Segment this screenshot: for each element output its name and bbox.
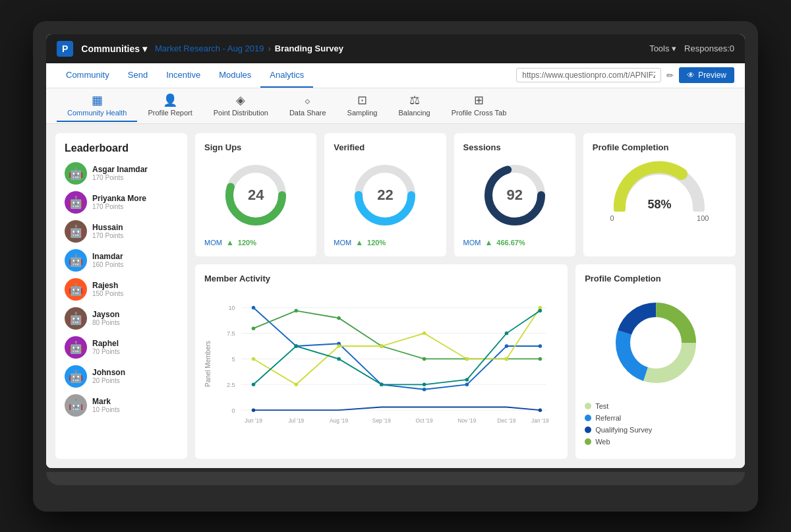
nav-right: ✏ 👁 Preview (516, 67, 734, 83)
tools-button[interactable]: Tools ▾ (649, 44, 676, 53)
nav-analytics[interactable]: Analytics (260, 63, 313, 88)
communities-button[interactable]: Communities ▾ (81, 44, 147, 54)
legend-item: Web (585, 438, 726, 446)
balancing-icon: ⚖ (409, 93, 420, 107)
legend-item: Qualifying Survey (585, 426, 726, 434)
profile-completion-top-title: Profile Completion (593, 142, 726, 152)
avatar: 🤖 (65, 365, 87, 388)
legend-item: Referral (585, 414, 726, 422)
svg-text:Jun '19: Jun '19 (245, 417, 262, 423)
legend-dot-referral (585, 415, 591, 421)
signups-arrow-icon: ▲ (226, 238, 234, 247)
svg-point-24 (252, 305, 256, 309)
url-input[interactable] (516, 68, 661, 82)
svg-point-32 (252, 326, 256, 330)
list-item: 🤖 Johnson 20 Points (65, 365, 178, 388)
sub-nav: ▦ Community Health 👤 Profile Report ◈ Po… (46, 88, 745, 124)
svg-point-49 (295, 344, 299, 348)
leaderboard-title: Leaderboard (65, 142, 178, 154)
svg-point-46 (505, 357, 509, 361)
svg-text:Aug '19: Aug '19 (330, 417, 348, 423)
verified-title: Verified (334, 142, 436, 152)
gauge-max: 100 (697, 214, 709, 222)
avatar: 🤖 (65, 394, 87, 417)
svg-text:Jan '19: Jan '19 (531, 417, 549, 423)
breadcrumb: Market Research - Aug 2019 › Branding Su… (155, 44, 343, 53)
distribution-icon: ◈ (236, 93, 245, 107)
list-item: 🤖 Hussain 170 Points (65, 220, 178, 243)
nav-bar: Community Send Incentive Modules Analyti… (46, 63, 745, 88)
sub-nav-profile-cross-tab[interactable]: ⊞ Profile Cross Tab (441, 89, 517, 122)
svg-point-44 (423, 331, 426, 335)
list-item: 🤖 Mark 10 Points (65, 394, 178, 417)
legend-item: Test (585, 402, 726, 410)
signups-mom-label: MOM (204, 239, 222, 247)
nav-community[interactable]: Community (57, 63, 119, 88)
verified-footer: MOM ▲ 120% (334, 238, 436, 247)
svg-point-52 (423, 382, 426, 386)
bar-chart-icon: ▦ (92, 93, 103, 107)
svg-text:Nov '19: Nov '19 (457, 417, 476, 423)
profile-completion-top-card: Profile Completion 58% (583, 133, 736, 256)
sessions-mom-value: 466.67% (496, 239, 525, 247)
svg-point-29 (465, 382, 469, 386)
sub-nav-community-health[interactable]: ▦ Community Health (57, 89, 137, 122)
avatar: 🤖 (65, 307, 87, 330)
nav-modules[interactable]: Modules (210, 63, 260, 88)
top-bar-right: Tools ▾ Responses:0 (649, 44, 734, 53)
svg-text:7.5: 7.5 (227, 330, 235, 337)
svg-point-40 (252, 357, 256, 361)
profile-completion-donut (603, 290, 709, 396)
edit-icon[interactable]: ✏ (666, 71, 674, 80)
line-chart-area: Panel Members 10 (204, 290, 558, 438)
preview-button[interactable]: 👁 Preview (679, 67, 734, 83)
svg-point-33 (295, 309, 299, 312)
sub-nav-sampling[interactable]: ⊡ Sampling (337, 89, 388, 122)
sub-nav-profile-report[interactable]: 👤 Profile Report (137, 89, 202, 122)
list-item: 🤖 Jayson 80 Points (65, 307, 178, 330)
eye-icon: 👁 (687, 71, 695, 80)
svg-point-41 (295, 382, 299, 386)
verified-value: 22 (377, 187, 393, 204)
avatar: 🤖 (65, 191, 87, 214)
nav-incentive[interactable]: Incentive (157, 63, 210, 88)
sub-nav-balancing[interactable]: ⚖ Balancing (388, 89, 440, 122)
sub-nav-point-distribution[interactable]: ◈ Point Distribution (203, 89, 279, 122)
list-item: 🤖 Priyanka More 170 Points (65, 191, 178, 214)
dropdown-icon: ▾ (142, 44, 147, 54)
svg-point-56 (252, 408, 256, 412)
list-item: 🤖 Raphel 70 Points (65, 336, 178, 359)
signups-donut: 24 (204, 159, 307, 231)
breadcrumb-parent[interactable]: Market Research - Aug 2019 (155, 44, 264, 53)
legend-dot-test (585, 403, 591, 409)
svg-text:Sep '19: Sep '19 (372, 417, 391, 423)
sampling-icon: ⊡ (357, 93, 367, 107)
logo-button[interactable]: P (57, 41, 73, 57)
svg-point-30 (505, 344, 509, 348)
gauge-labels: 0 100 (610, 214, 709, 222)
top-bar: P Communities ▾ Market Research - Aug 20… (46, 34, 745, 63)
gauge-min: 0 (610, 214, 614, 222)
avatar: 🤖 (65, 220, 87, 243)
svg-text:Oct '19: Oct '19 (416, 417, 433, 423)
top-row: Sign Ups 24 MOM (195, 133, 736, 256)
sub-nav-data-share[interactable]: ⬦ Data Share (279, 90, 337, 122)
logo-icon: P (62, 44, 68, 54)
svg-text:0: 0 (232, 407, 235, 413)
verified-donut: 22 (334, 159, 436, 231)
svg-point-42 (337, 344, 341, 348)
svg-text:10: 10 (228, 305, 235, 311)
main-content: Leaderboard 🤖 Asgar Inamdar 170 Points 🤖… (46, 124, 745, 468)
svg-point-57 (539, 408, 542, 412)
svg-point-36 (423, 357, 426, 361)
svg-text:Dec '19: Dec '19 (498, 417, 516, 423)
profile-completion-percent: 58% (647, 198, 671, 212)
y-axis-label: Panel Members (204, 290, 212, 438)
sessions-mom-label: MOM (463, 239, 481, 247)
sessions-title: Sessions (463, 142, 566, 152)
svg-point-31 (539, 344, 542, 348)
verified-mom-label: MOM (334, 239, 351, 247)
nav-send[interactable]: Send (119, 63, 157, 88)
leaderboard-panel: Leaderboard 🤖 Asgar Inamdar 170 Points 🤖… (55, 133, 187, 459)
member-activity-card: Member Activity Panel Members (195, 264, 568, 459)
